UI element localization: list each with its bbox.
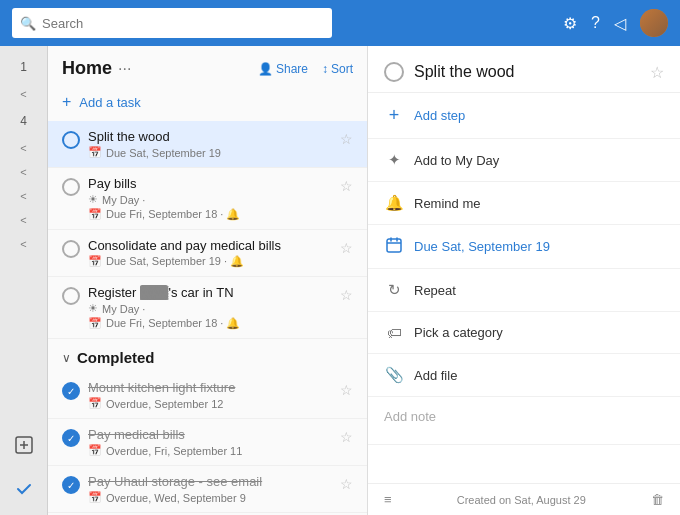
panel-options-button[interactable]: ··· — [118, 60, 131, 78]
sidebar: 1 < 4 < < < < < — [0, 46, 48, 515]
sidebar-item-1[interactable]: 1 — [0, 54, 47, 80]
remind-label: Remind me — [414, 196, 664, 211]
feedback-icon[interactable]: ◁ — [614, 14, 626, 33]
svg-rect-1 — [387, 239, 401, 252]
sidebar-chevron-5[interactable]: < — [20, 210, 26, 230]
detail-star-button[interactable]: ☆ — [650, 63, 664, 82]
add-file-button[interactable]: 📎 Add file — [368, 354, 680, 397]
detail-scroll[interactable]: + Add step ✦ Add to My Day 🔔 Remind me — [368, 93, 680, 483]
task-item[interactable]: ✓ Pay Uhaul storage - see email 📅 Overdu… — [48, 466, 367, 513]
task-star-button[interactable]: ☆ — [340, 178, 353, 194]
task-myday-text: My Day · — [102, 303, 145, 315]
task-title: Pay medical bills — [88, 427, 332, 442]
panel-header: Home ··· 👤 Share ↕ Sort — [48, 46, 367, 87]
sort-icon: ↕ — [322, 62, 328, 76]
repeat-button[interactable]: ↻ Repeat — [368, 269, 680, 312]
task-due-icon: 📅 — [88, 146, 102, 159]
sidebar-chevron-1[interactable]: < — [20, 84, 26, 104]
completed-section-header[interactable]: ∨ Completed — [48, 339, 367, 372]
task-item[interactable]: Pay bills ☀ My Day · 📅 Due Fri, Septembe… — [48, 168, 367, 230]
task-circle[interactable] — [62, 240, 80, 258]
add-to-myday-button[interactable]: ✦ Add to My Day — [368, 139, 680, 182]
task-item[interactable]: Register ▓▓▓'s car in TN ☀ My Day · 📅 Du… — [48, 277, 367, 339]
sidebar-item-4[interactable]: 4 — [0, 108, 47, 134]
task-cal-icon: 📅 — [88, 208, 102, 221]
task-due-text: Due Fri, September 18 · 🔔 — [106, 208, 240, 221]
task-meta: 📅 Due Sat, September 19 · 🔔 — [88, 255, 332, 268]
search-icon: 🔍 — [20, 16, 36, 31]
settings-icon[interactable]: ⚙ — [563, 14, 577, 33]
avatar[interactable] — [640, 9, 668, 37]
task-item[interactable]: Split the wood 📅 Due Sat, September 19 ☆ — [48, 121, 367, 168]
task-cal-icon: 📅 — [88, 491, 102, 504]
task-title: Consolidate and pay medical bills — [88, 238, 332, 253]
task-circle-completed[interactable]: ✓ — [62, 382, 80, 400]
share-icon: 👤 — [258, 62, 273, 76]
repeat-label: Repeat — [414, 283, 664, 298]
note-area[interactable]: Add note — [368, 397, 680, 445]
task-star-button[interactable]: ☆ — [340, 382, 353, 398]
due-date-button[interactable]: Due Sat, September 19 — [368, 225, 680, 269]
task-star-button[interactable]: ☆ — [340, 429, 353, 445]
task-myday-text: My Day · — [102, 194, 145, 206]
task-content: Pay bills ☀ My Day · 📅 Due Fri, Septembe… — [88, 176, 332, 221]
task-meta-2: 📅 Due Fri, September 18 · 🔔 — [88, 317, 332, 330]
due-date-icon — [384, 237, 404, 256]
sidebar-chevron-4[interactable]: < — [20, 186, 26, 206]
task-meta: 📅 Overdue, Fri, September 11 — [88, 444, 332, 457]
task-circle[interactable] — [62, 287, 80, 305]
sidebar-check-icon[interactable] — [6, 471, 42, 507]
category-label: Pick a category — [414, 325, 664, 340]
help-icon[interactable]: ? — [591, 14, 600, 32]
task-circle[interactable] — [62, 178, 80, 196]
add-task-button[interactable]: + Add a task — [48, 87, 367, 121]
task-list-panel: Home ··· 👤 Share ↕ Sort + Add a task Spl… — [48, 46, 368, 515]
task-circle[interactable] — [62, 131, 80, 149]
task-star-button[interactable]: ☆ — [340, 476, 353, 492]
task-cal-icon: 📅 — [88, 317, 102, 330]
sidebar-chevron-3[interactable]: < — [20, 162, 26, 182]
share-button[interactable]: 👤 Share — [258, 62, 308, 76]
detail-footer-delete-icon[interactable]: 🗑 — [651, 492, 664, 507]
task-item[interactable]: ✓ Mount kitchen light fixture 📅 Overdue,… — [48, 372, 367, 419]
sidebar-chevron-6[interactable]: < — [20, 234, 26, 254]
main-layout: 1 < 4 < < < < < Home ··· 👤 Share — [0, 46, 680, 515]
sidebar-chevron-2[interactable]: < — [20, 138, 26, 158]
detail-footer: ≡ Created on Sat, August 29 🗑 — [368, 483, 680, 515]
sort-button[interactable]: ↕ Sort — [322, 62, 353, 76]
detail-footer-menu-icon[interactable]: ≡ — [384, 492, 392, 507]
task-myday-icon: ☀ — [88, 302, 98, 315]
pick-category-button[interactable]: 🏷 Pick a category — [368, 312, 680, 354]
sidebar-compose-icon[interactable] — [6, 427, 42, 463]
task-content: Pay medical bills 📅 Overdue, Fri, Septem… — [88, 427, 332, 457]
task-circle-completed[interactable]: ✓ — [62, 429, 80, 447]
remind-me-button[interactable]: 🔔 Remind me — [368, 182, 680, 225]
sort-label: Sort — [331, 62, 353, 76]
search-box[interactable]: 🔍 — [12, 8, 332, 38]
detail-header: Split the wood ☆ — [368, 46, 680, 93]
category-icon: 🏷 — [384, 324, 404, 341]
repeat-icon: ↻ — [384, 281, 404, 299]
detail-task-circle[interactable] — [384, 62, 404, 82]
task-title: Register ▓▓▓'s car in TN — [88, 285, 332, 300]
task-item[interactable]: Consolidate and pay medical bills 📅 Due … — [48, 230, 367, 277]
task-star-button[interactable]: ☆ — [340, 131, 353, 147]
add-step-button[interactable]: + Add step — [368, 93, 680, 139]
task-meta: 📅 Overdue, September 12 — [88, 397, 332, 410]
task-meta: 📅 Due Sat, September 19 — [88, 146, 332, 159]
detail-title: Split the wood — [414, 63, 640, 81]
task-cal-icon: 📅 — [88, 444, 102, 457]
task-content: Consolidate and pay medical bills 📅 Due … — [88, 238, 332, 268]
search-input[interactable] — [42, 16, 324, 31]
task-overdue-text: Overdue, Fri, September 11 — [106, 445, 242, 457]
myday-icon: ✦ — [384, 151, 404, 169]
task-item[interactable]: ✓ Pay medical bills 📅 Overdue, Fri, Sept… — [48, 419, 367, 466]
task-star-button[interactable]: ☆ — [340, 240, 353, 256]
task-circle-completed[interactable]: ✓ — [62, 476, 80, 494]
topbar: 🔍 ⚙ ? ◁ — [0, 0, 680, 46]
task-star-button[interactable]: ☆ — [340, 287, 353, 303]
tasks-scroll[interactable]: Split the wood 📅 Due Sat, September 19 ☆… — [48, 121, 367, 515]
task-cal-icon: 📅 — [88, 255, 102, 268]
add-step-icon: + — [384, 105, 404, 126]
task-cal-icon: 📅 — [88, 397, 102, 410]
